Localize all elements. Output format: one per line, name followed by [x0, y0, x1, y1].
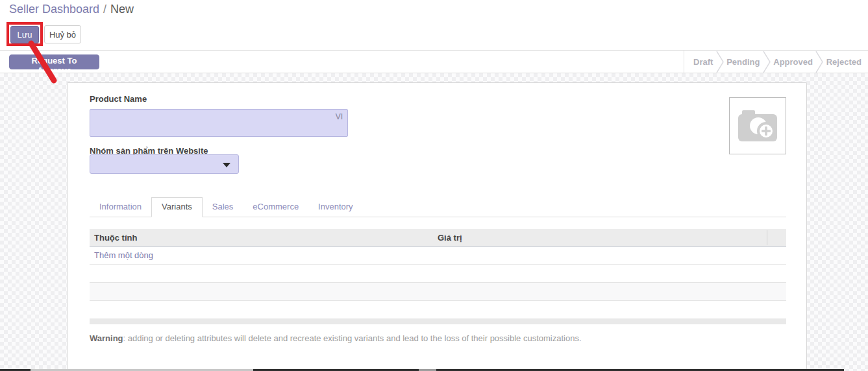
warning-prefix: Warning	[90, 333, 123, 343]
status-stage-draft[interactable]: Draft	[693, 57, 713, 67]
dropdown-caret-icon	[223, 163, 230, 167]
tab-ecommerce[interactable]: eCommerce	[243, 197, 308, 217]
warning-text: : adding or deleting attributes will del…	[123, 333, 582, 343]
save-button[interactable]: Lưu	[10, 26, 39, 43]
breadcrumb-separator: /	[103, 3, 106, 16]
product-name-input[interactable]: VI	[90, 109, 348, 137]
breadcrumb-seller-dashboard[interactable]: Seller Dashboard	[9, 3, 99, 16]
table-row-empty	[90, 301, 786, 318]
horizontal-scrollbar[interactable]	[90, 318, 786, 324]
statusbar: Draft Pending Approved Rejected	[684, 51, 868, 73]
camera-plus-icon	[737, 108, 778, 144]
tab-inventory[interactable]: Inventory	[308, 197, 362, 217]
variants-table-header: Thuộc tính Giá trị	[90, 229, 786, 247]
status-stage-approved[interactable]: Approved	[773, 57, 813, 67]
chevron-right-icon	[763, 51, 771, 73]
tab-sales[interactable]: Sales	[203, 197, 243, 217]
form-sheet: Product Name VI Nhóm sản phẩm trên Websi…	[67, 82, 807, 371]
chevron-right-icon	[716, 51, 724, 73]
add-line-link[interactable]: Thêm một dòng	[90, 247, 153, 264]
language-badge: VI	[336, 112, 343, 121]
app-window: Seller Dashboard/New Lưu Huỷ bỏ Request …	[0, 0, 868, 371]
table-row-add: Thêm một dòng	[90, 247, 786, 265]
column-header-value: Giá trị	[438, 229, 462, 246]
tab-variants[interactable]: Variants	[151, 197, 203, 217]
breadcrumb: Seller Dashboard/New	[9, 3, 134, 16]
column-header-attribute: Thuộc tính	[94, 229, 137, 246]
status-stage-rejected[interactable]: Rejected	[826, 57, 862, 67]
column-divider	[767, 230, 767, 245]
table-row-empty	[90, 282, 786, 301]
table-row-empty	[90, 265, 786, 282]
request-to-approve-button[interactable]: Request To Approve	[9, 54, 99, 69]
product-name-label: Product Name	[90, 94, 147, 104]
notebook-tabs: Information Variants Sales eCommerce Inv…	[90, 197, 363, 217]
status-stage-pending[interactable]: Pending	[726, 57, 760, 67]
website-category-select[interactable]	[90, 154, 239, 174]
warning-message: Warning: adding or deleting attributes w…	[90, 333, 582, 343]
product-image-upload[interactable]	[729, 97, 786, 154]
chevron-right-icon	[815, 51, 823, 73]
breadcrumb-current: New	[110, 3, 134, 16]
cancel-button[interactable]: Huỷ bỏ	[44, 25, 81, 43]
tab-information[interactable]: Information	[90, 197, 151, 217]
